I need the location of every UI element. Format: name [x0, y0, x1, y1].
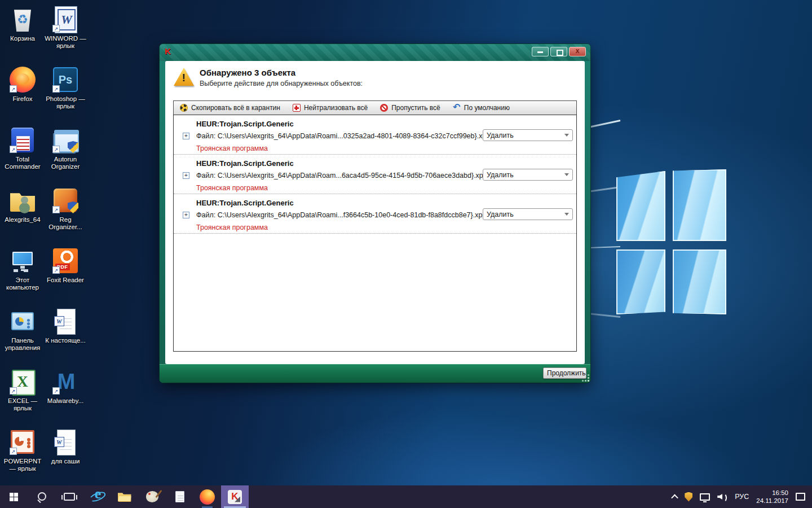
maximize-button[interactable]	[550, 47, 567, 56]
dialog-titlebar[interactable]: K	[160, 44, 590, 61]
quarantine-icon	[180, 104, 188, 112]
clock[interactable]: 16:50 24.11.2017	[756, 489, 788, 505]
desktop-icon[interactable]: Photoshop — ярлык	[44, 64, 87, 124]
foxit-reader-icon	[52, 247, 79, 274]
firefox-taskbar-button[interactable]	[193, 485, 221, 508]
recycle-bin-icon	[9, 6, 36, 33]
shortcut-arrow-icon	[10, 85, 17, 93]
desktop-icon-label: Alexgrits_64	[5, 216, 40, 224]
language-indicator[interactable]: РУС	[735, 493, 749, 501]
windows-logo-pane	[616, 249, 665, 314]
detections-list: HEUR:Trojan.Script.Generic Файл: C:\User…	[173, 115, 577, 352]
start-button[interactable]	[0, 485, 28, 508]
user-folder-icon	[9, 187, 36, 214]
toolbar-action-button[interactable]: Скопировать всё в карантин	[174, 101, 286, 115]
firefox-icon	[9, 66, 36, 93]
expand-toggle[interactable]	[183, 212, 189, 218]
clock-date: 24.11.2017	[756, 497, 788, 505]
desktop-icon-label: WINWORD — ярлык	[44, 35, 87, 50]
file-explorer-button[interactable]	[111, 485, 138, 508]
toolbar-action-button[interactable]: Пропустить всё	[374, 101, 447, 115]
this-pc-icon	[9, 247, 36, 274]
shortcut-arrow-icon	[10, 387, 17, 395]
action-dropdown[interactable]: Удалить	[483, 208, 573, 220]
resize-grip[interactable]	[588, 380, 589, 382]
malwarebytes-tray-icon[interactable]	[685, 492, 692, 502]
task-view-button[interactable]	[55, 485, 83, 508]
chevron-down-icon	[564, 213, 569, 216]
action-dropdown-value: Удалить	[487, 132, 564, 139]
paint-icon	[146, 491, 158, 502]
default-undo-icon	[453, 104, 461, 112]
excel-icon	[9, 368, 36, 395]
desktop-icon[interactable]: Панель управления	[1, 305, 44, 366]
detection-entry: HEUR:Trojan.Script.Generic Файл: C:\User…	[174, 194, 576, 234]
file-path: Файл: C:\Users\Alexgrits_64\AppData\Roam…	[196, 211, 484, 219]
search-button[interactable]	[28, 485, 55, 508]
desktop-icon[interactable]: WINWORD — ярлык	[44, 3, 87, 64]
dialog-header: Обнаружено 3 объекта Выберите действие д…	[174, 68, 363, 87]
desktop-icon[interactable]: Firefox	[1, 64, 44, 124]
desktop-icon-label: для саши	[51, 458, 80, 465]
kaspersky-taskbar-button[interactable]	[221, 485, 249, 508]
action-dropdown[interactable]: Удалить	[483, 169, 573, 181]
kaspersky-icon	[228, 490, 242, 504]
system-tray: РУС 16:50 24.11.2017	[672, 485, 812, 508]
minimize-button[interactable]	[532, 47, 549, 56]
toolbar-action-label: Пропустить всё	[391, 104, 440, 112]
toolbar-action-button[interactable]: По умолчанию	[447, 101, 516, 115]
expand-toggle[interactable]	[183, 172, 189, 179]
file-path: Файл: C:\Users\Alexgrits_64\AppData\Roam…	[196, 132, 488, 140]
shortcut-arrow-icon	[52, 85, 60, 93]
shortcut-arrow-icon	[52, 387, 60, 395]
task-view-icon	[64, 493, 75, 501]
skip-icon	[380, 104, 388, 112]
desktop-icon[interactable]: для саши	[44, 426, 87, 487]
desktop-icon[interactable]: К настояще...	[44, 305, 87, 366]
firefox-icon	[200, 489, 215, 505]
desktop-icon[interactable]: Корзина	[1, 3, 44, 64]
threat-category: Троянская программа	[196, 144, 572, 152]
desktop-icon[interactable]: Total Commander	[1, 124, 44, 185]
taskbar-buttons	[0, 485, 249, 508]
desktop-icon[interactable]: Foxit Reader	[44, 245, 87, 305]
desktop-icon[interactable]: Alexgrits_64	[1, 185, 44, 245]
photoshop-icon	[52, 66, 79, 93]
dialog-footer: Продолжить	[160, 364, 590, 383]
action-dropdown[interactable]: Удалить	[483, 129, 573, 141]
action-dropdown-value: Удалить	[487, 211, 564, 218]
action-center-icon[interactable]	[796, 493, 805, 501]
paint-button[interactable]	[138, 485, 166, 508]
internet-explorer-button[interactable]	[83, 485, 111, 508]
file-path: Файл: C:\Users\Alexgrits_64\AppData\Roam…	[196, 172, 485, 179]
toolbar-action-button[interactable]: Нейтрализовать всё	[286, 101, 374, 115]
desktop-icon[interactable]: Autorun Organizer	[44, 124, 87, 185]
powerpoint-icon	[9, 428, 36, 456]
dialog-subtitle: Выберите действие для обнаруженных объек…	[200, 80, 363, 87]
desktop-icon-grid: Корзина WINWORD — ярлык Firefox Photosho…	[1, 3, 87, 487]
toolbar-action-label: Скопировать всё в карантин	[191, 104, 280, 112]
desktop-icon[interactable]: POWERPNT — ярлык	[1, 426, 44, 487]
windows-logo-pane	[673, 249, 726, 314]
continue-button[interactable]: Продолжить	[543, 367, 586, 379]
close-button[interactable]	[569, 47, 586, 56]
desktop-icon-label: EXCEL — ярлык	[1, 397, 44, 412]
desktop-icon-label: Firefox	[12, 95, 32, 103]
desktop-icon[interactable]: Malwareby...	[44, 366, 87, 426]
desktop-icon[interactable]: EXCEL — ярлык	[1, 366, 44, 426]
internet-explorer-icon	[90, 489, 104, 504]
shortcut-arrow-icon	[52, 206, 60, 213]
network-icon[interactable]	[700, 493, 710, 501]
desktop-icon[interactable]: Этот компьютер	[1, 245, 44, 305]
notepad-button[interactable]	[166, 485, 193, 508]
threat-category: Троянская программа	[196, 184, 572, 192]
actions-toolbar: Скопировать всё в карантин Нейтрализоват…	[173, 100, 577, 115]
action-dropdown-value: Удалить	[487, 171, 564, 179]
tray-expand-icon[interactable]	[671, 494, 678, 501]
desktop-icon-label: Этот компьютер	[1, 277, 44, 291]
desktop-icon[interactable]: Reg Organizer...	[44, 185, 87, 245]
toolbar-action-label: Нейтрализовать всё	[304, 104, 368, 112]
disinfect-icon	[293, 104, 301, 112]
volume-icon[interactable]	[717, 492, 727, 501]
expand-toggle[interactable]	[183, 133, 189, 139]
